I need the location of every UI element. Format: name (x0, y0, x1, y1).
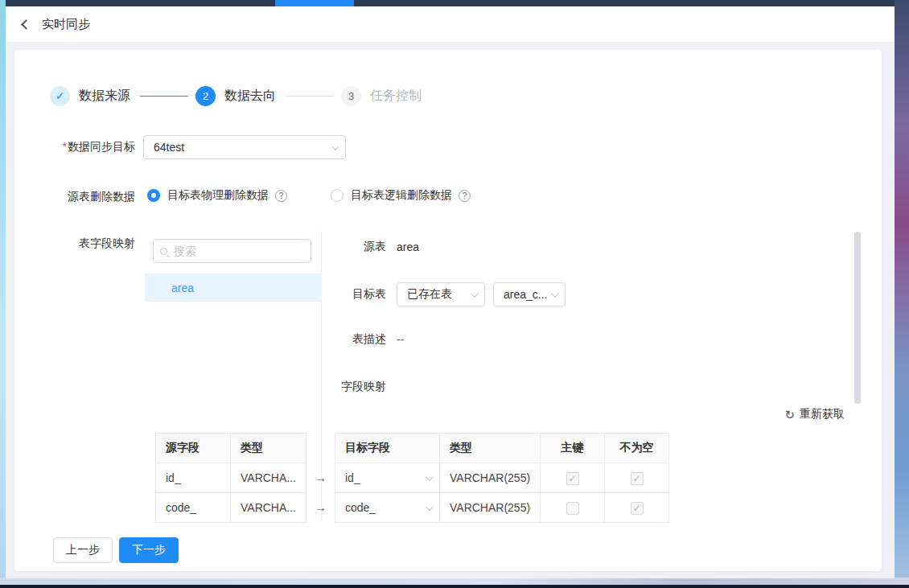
page-title: 实时同步 (42, 17, 90, 32)
target-table-mode-wrap: 已存在表 (397, 282, 485, 306)
mapping-panel: area 源表 area 目标表 已存在表 (145, 231, 862, 521)
source-fields-table: 源字段 类型 id_ VARCHA... code_ VARCHA... (155, 433, 306, 523)
table-list-item-area[interactable]: area (145, 273, 322, 302)
table-row: id_ VARCHA... (156, 463, 306, 493)
step-connector-1 (140, 96, 188, 97)
source-field-cell: code_ (156, 493, 231, 523)
step-3-label: 任务控制 (370, 88, 422, 105)
chevron-down-icon (426, 473, 434, 481)
desktop-background-left (0, 0, 6, 588)
target-type-cell: VARCHAR(255) (440, 493, 541, 523)
target-table-name-value: area_c... (504, 288, 547, 301)
col-target-type: 类型 (440, 434, 541, 463)
source-field-cell: id_ (156, 463, 231, 493)
topbar-active-segment (275, 0, 354, 6)
radio-logical-delete[interactable] (331, 189, 343, 202)
field-mapping-label: 字段映射 (323, 380, 386, 394)
col-source-field: 源字段 (156, 434, 231, 463)
check-icon: ✓ (56, 89, 65, 102)
mapping-arrows: → → (306, 433, 335, 522)
sync-target-label: *数据同步目标 (14, 140, 135, 154)
target-type-cell: VARCHAR(255) (440, 463, 541, 493)
chevron-down-icon (426, 503, 434, 511)
target-fields-table: 目标字段 类型 主键 不为空 id_ VARCHAR(255) ✓ ✓ (335, 433, 669, 523)
help-icon-physical[interactable]: ? (275, 190, 287, 202)
step-2-circle: 2 (195, 86, 216, 106)
col-primary-key: 主键 (541, 434, 605, 463)
chevron-down-icon (471, 290, 479, 298)
chevron-down-icon (331, 142, 339, 150)
target-field-value: id_ (345, 471, 360, 484)
desktop-taskbar (0, 585, 909, 588)
arrow-right-icon: → (315, 463, 327, 492)
target-table-name-select[interactable]: area_c... (493, 282, 566, 306)
back-icon[interactable] (21, 19, 31, 30)
table-row: id_ VARCHAR(255) ✓ ✓ (335, 463, 669, 493)
table-desc-value: -- (397, 333, 404, 346)
delete-mode-radio-group: 目标表物理删除数据 ? 目标表逻辑删除数据 ? (147, 188, 471, 203)
delete-mode-label: 源表删除数据 (14, 190, 135, 204)
question-glyph: ? (279, 191, 284, 200)
step-2-label: 数据去向 (224, 88, 276, 105)
table-search-input[interactable] (174, 245, 294, 257)
radio-option-2: 目标表逻辑删除数据 ? (331, 188, 471, 203)
table-search-box (153, 239, 311, 263)
field-mapping-tables: 源字段 类型 id_ VARCHA... code_ VARCHA... → → (155, 433, 669, 523)
target-field-select[interactable]: code_ (335, 493, 440, 523)
sync-target-select[interactable]: 64test (143, 135, 346, 159)
content-card: ✓ 数据来源 2 数据去向 3 任务控制 *数据同步目标 64test 源表删除… (14, 50, 882, 571)
table-desc-label: 表描述 (323, 332, 386, 347)
stepper: ✓ 数据来源 2 数据去向 3 任务控制 (50, 85, 431, 106)
field-mapping-row: 字段映射 (323, 380, 386, 394)
not-null-checkbox[interactable]: ✓ (631, 502, 644, 515)
page-header: 实时同步 (6, 6, 895, 42)
table-header-row: 目标字段 类型 主键 不为空 (335, 434, 669, 463)
source-type-cell: VARCHA... (231, 493, 306, 523)
refresh-label: 重新获取 (800, 407, 845, 421)
primary-key-checkbox[interactable]: ✓ (566, 472, 579, 485)
wizard-footer: 上一步 下一步 (53, 537, 179, 563)
target-field-select[interactable]: id_ (335, 463, 440, 493)
target-table-mode-select[interactable]: 已存在表 (397, 282, 485, 306)
arrow-right-icon: → (315, 492, 327, 522)
delete-mode-row: 源表删除数据 目标表物理删除数据 ? 目标表逻辑删除数据 ? (14, 188, 882, 204)
refresh-button[interactable]: ↻ 重新获取 (784, 407, 845, 421)
check-icon: ✓ (633, 503, 641, 514)
not-null-checkbox[interactable]: ✓ (631, 472, 644, 485)
step-1-circle: ✓ (50, 86, 70, 106)
search-icon (160, 248, 167, 255)
table-row: code_ VARCHA... (156, 493, 306, 523)
app-window: 实时同步 ✓ 数据来源 2 数据去向 3 任务控制 *数据同步目标 64test (6, 0, 895, 578)
help-icon-logical[interactable]: ? (459, 190, 471, 202)
col-target-field: 目标字段 (335, 434, 440, 463)
col-source-type: 类型 (231, 434, 306, 463)
browser-topbar (6, 0, 895, 6)
step-connector-2 (286, 96, 334, 97)
radio-logical-delete-label: 目标表逻辑删除数据 (351, 188, 452, 203)
refresh-icon: ↻ (784, 409, 795, 421)
table-row: code_ VARCHAR(255) ✓ (335, 493, 669, 523)
radio-physical-delete-label: 目标表物理删除数据 (167, 188, 269, 203)
source-table-label: 源表 (323, 240, 386, 254)
sync-target-value: 64test (154, 141, 184, 154)
next-step-button[interactable]: 下一步 (119, 537, 179, 563)
step-1-label: 数据来源 (79, 88, 130, 105)
source-table-row: 源表 area (323, 240, 419, 254)
source-table-value: area (397, 241, 419, 253)
primary-key-checkbox[interactable] (566, 502, 579, 515)
desktop-background-bottom (0, 578, 909, 585)
table-header-row: 源字段 类型 (156, 434, 306, 463)
radio-physical-delete[interactable] (147, 189, 160, 202)
source-type-cell: VARCHA... (231, 463, 306, 493)
step-3-number: 3 (348, 90, 354, 102)
check-icon: ✓ (569, 473, 577, 484)
target-field-value: code_ (345, 501, 376, 514)
prev-step-button[interactable]: 上一步 (53, 537, 113, 563)
detail-scrollbar[interactable] (854, 232, 861, 404)
question-glyph: ? (463, 191, 467, 200)
check-icon: ✓ (633, 473, 641, 484)
table-desc-row: 表描述 -- (323, 332, 404, 347)
target-table-label: 目标表 (323, 287, 386, 302)
chevron-down-icon (551, 290, 559, 298)
col-not-null: 不为空 (605, 434, 669, 463)
